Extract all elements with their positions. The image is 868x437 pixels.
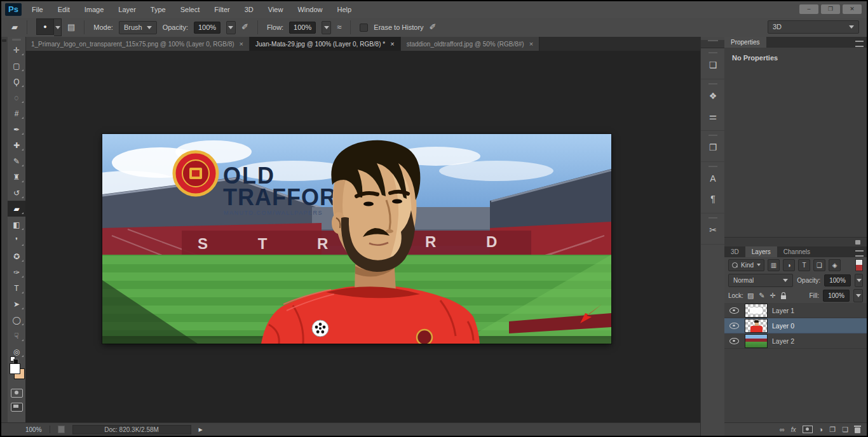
opacity-dropdown[interactable]: [226, 21, 236, 34]
blur-tool[interactable]: ❜: [8, 232, 25, 248]
close-button[interactable]: ✕: [843, 4, 862, 14]
menu-type[interactable]: Type: [151, 6, 166, 13]
hand-tool[interactable]: ☟: [8, 328, 25, 344]
status-menu-arrow-icon[interactable]: ▶: [199, 427, 203, 433]
menu-layer[interactable]: Layer: [118, 6, 136, 13]
layer-mask-icon[interactable]: [803, 426, 813, 433]
lock-transparency-icon[interactable]: ▨: [747, 292, 754, 300]
panel-menu-icon[interactable]: [855, 41, 864, 47]
brush-pressure-icon[interactable]: ✐: [430, 22, 437, 33]
erase-to-history-checkbox[interactable]: [360, 24, 368, 32]
filter-pixel-icon[interactable]: ▥: [768, 259, 780, 271]
brush-preset-picker[interactable]: ●: [36, 18, 62, 36]
tab-logo-png[interactable]: 1_Primary_logo_on_transparent_115x75.png…: [25, 37, 250, 51]
new-layer-icon[interactable]: ❏: [842, 426, 848, 434]
history-brush-tool[interactable]: ↺: [8, 185, 25, 201]
group-grip[interactable]: [709, 217, 717, 218]
close-icon[interactable]: ×: [390, 40, 394, 48]
menu-select[interactable]: Select: [180, 6, 200, 13]
tab-juan-mata-jpg[interactable]: Juan-Mata-29.jpg @ 100% (Layer 0, RGB/8)…: [250, 37, 401, 51]
group-grip[interactable]: [709, 135, 717, 136]
materials-panel-icon[interactable]: ❖: [701, 86, 725, 106]
tab-stadium-jpg[interactable]: staddion_oldtrafford.jpg @ 50% (RGB/8#) …: [401, 37, 540, 51]
fill-dropdown[interactable]: [853, 289, 863, 302]
dock-header[interactable]: [701, 40, 725, 48]
marquee-tool[interactable]: ▢: [8, 58, 25, 74]
menu-filter[interactable]: Filter: [214, 6, 229, 13]
panel-menu-icon[interactable]: [855, 250, 864, 257]
layer-thumbnail[interactable]: [745, 304, 768, 318]
foreground-color-swatch[interactable]: [10, 363, 20, 374]
filter-toggle-switch[interactable]: [855, 259, 863, 271]
mode-select[interactable]: Brush: [119, 21, 157, 34]
lock-paint-icon[interactable]: ✎: [759, 292, 764, 300]
filter-shape-icon[interactable]: ❑: [813, 259, 825, 271]
layer-name[interactable]: Layer 0: [772, 322, 794, 330]
lasso-tool[interactable]: Ϙ: [8, 74, 25, 90]
layer-row-2[interactable]: Layer 2: [724, 333, 867, 349]
zoom-level[interactable]: 100%: [25, 426, 42, 433]
menu-view[interactable]: View: [268, 6, 283, 13]
adjustment-layer-icon[interactable]: ◑: [819, 426, 824, 433]
menu-image[interactable]: Image: [85, 6, 104, 13]
group-grip[interactable]: [709, 166, 717, 167]
eraser-tool[interactable]: ▰: [8, 201, 25, 217]
menu-file[interactable]: File: [32, 6, 43, 13]
lock-all-icon[interactable]: [781, 295, 786, 299]
trash-icon[interactable]: [855, 240, 860, 245]
opacity-pressure-icon[interactable]: ✐: [241, 22, 248, 33]
flow-dropdown[interactable]: [322, 21, 331, 34]
paragraph-panel-icon[interactable]: ¶: [701, 189, 725, 209]
menu-3d[interactable]: 3D: [245, 6, 254, 13]
restore-button[interactable]: ❐: [821, 4, 840, 14]
filter-adjustment-icon[interactable]: ◑: [783, 259, 795, 271]
type-tool[interactable]: T: [8, 280, 25, 296]
screen-mode-button[interactable]: [11, 403, 23, 412]
history-panel-icon[interactable]: ❏: [701, 55, 725, 75]
clone-stamp-tool[interactable]: ♜: [8, 169, 25, 185]
layer-row-1[interactable]: Layer 1: [724, 303, 867, 318]
visibility-toggle[interactable]: [728, 307, 740, 314]
shape-tool[interactable]: ◯: [8, 312, 25, 328]
brush-tool[interactable]: ✎: [8, 153, 25, 169]
move-tool[interactable]: ✛: [8, 42, 25, 58]
healing-brush-tool[interactable]: ✚: [8, 137, 25, 153]
lock-move-icon[interactable]: ✛: [770, 292, 776, 300]
group-grip[interactable]: [709, 83, 717, 84]
airbrush-icon[interactable]: ≈: [337, 22, 341, 33]
layer-thumbnail[interactable]: [745, 319, 768, 333]
menu-help[interactable]: Help: [337, 6, 352, 13]
layer-name[interactable]: Layer 1: [772, 307, 794, 314]
tab-channels[interactable]: Channels: [777, 246, 817, 257]
canvas-image[interactable]: S T R R D: [102, 134, 611, 344]
pen-tool[interactable]: ✑: [8, 264, 25, 280]
tab-properties[interactable]: Properties: [724, 37, 766, 48]
opacity-input[interactable]: 100%: [194, 22, 220, 34]
toolbar-grip[interactable]: [12, 39, 21, 41]
tab-layers[interactable]: Layers: [745, 246, 777, 257]
filter-kind-select[interactable]: Kind: [728, 259, 764, 271]
document-size-info[interactable]: Doc: 820.3K/2.58M: [72, 425, 191, 434]
dodge-tool[interactable]: ✪: [8, 248, 25, 264]
workspace-select[interactable]: 3D: [768, 20, 859, 34]
visibility-toggle[interactable]: [728, 323, 740, 329]
scissors-panel-icon[interactable]: ✂: [701, 220, 725, 240]
layer-opacity-input[interactable]: 100%: [824, 274, 851, 286]
close-icon[interactable]: ×: [529, 40, 533, 48]
layer-opacity-dropdown[interactable]: [855, 274, 863, 287]
layer-name[interactable]: Layer 2: [772, 337, 794, 345]
layer-style-icon[interactable]: fx: [791, 426, 796, 433]
layer-thumbnail[interactable]: [745, 334, 768, 348]
menu-window[interactable]: Window: [297, 6, 322, 13]
crop-tool[interactable]: #: [8, 105, 25, 121]
character-panel-icon[interactable]: A: [701, 168, 725, 189]
group-grip[interactable]: [709, 52, 717, 53]
path-selection-tool[interactable]: ➤: [8, 296, 25, 312]
toggle-brush-panel-icon[interactable]: ▤: [67, 22, 75, 33]
tab-3d[interactable]: 3D: [724, 246, 745, 257]
link-layers-icon[interactable]: ∞: [780, 426, 785, 433]
fill-input[interactable]: 100%: [823, 290, 850, 302]
quick-selection-tool[interactable]: ◌: [8, 90, 25, 105]
visibility-toggle[interactable]: [728, 338, 740, 344]
eyedropper-tool[interactable]: ✒: [8, 121, 25, 137]
